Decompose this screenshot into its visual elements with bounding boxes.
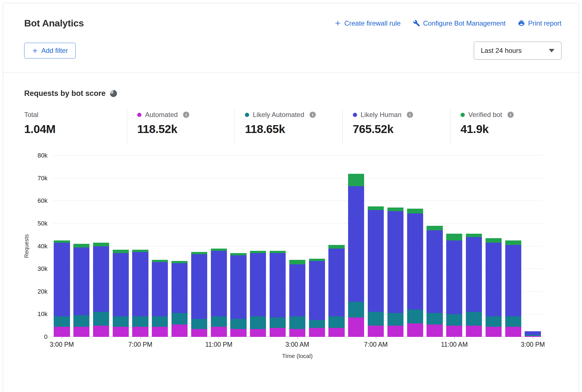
bar-segment-automated (309, 328, 325, 337)
x-tick-label: 7:00 PM (128, 341, 152, 348)
bar-segment-automated (113, 327, 129, 337)
bar-segment-verified-bot (368, 206, 384, 210)
stacked-bar[interactable] (348, 156, 364, 337)
y-tick-label: 10k (38, 310, 48, 318)
info-icon[interactable]: i (407, 112, 413, 118)
bar-segment-likely-automated (427, 313, 443, 324)
bar-segment-likely-automated (348, 302, 364, 317)
legend-dot-likely-automated (245, 113, 249, 117)
bar-segment-verified-bot (54, 240, 70, 243)
page: Bot Analytics Create firewall rule Confi… (0, 0, 582, 392)
bar-segment-automated (54, 327, 70, 337)
stacked-bar[interactable] (407, 156, 423, 337)
bar-segment-automated (93, 326, 109, 337)
stacked-bar[interactable] (54, 156, 70, 337)
bar-slot (405, 156, 425, 337)
bar-segment-automated (289, 329, 305, 337)
stacked-bar[interactable] (525, 156, 541, 337)
stacked-bar[interactable] (152, 156, 168, 337)
x-tick-mark (140, 337, 141, 339)
stat-value: 118.52k (137, 123, 234, 136)
bar-segment-likely-automated (387, 313, 403, 325)
stacked-bar[interactable] (427, 156, 443, 337)
stacked-bar[interactable] (309, 156, 325, 337)
bar-segment-likely-automated (505, 316, 521, 326)
x-tick-mark (376, 337, 376, 339)
bar-segment-likely-automated (172, 313, 188, 324)
bar-segment-automated (446, 326, 462, 337)
bar-segment-verified-bot (348, 174, 364, 186)
configure-bot-management-link[interactable]: Configure Bot Management (413, 19, 506, 27)
bar-segment-likely-human (132, 252, 148, 317)
stacked-bar[interactable] (230, 156, 246, 337)
stacked-bar[interactable] (93, 156, 109, 337)
bar-segment-verified-bot (466, 234, 482, 237)
stacked-bar[interactable] (387, 156, 403, 337)
stat-label: Likely Automated (253, 111, 304, 119)
bar-slot (464, 156, 484, 337)
bot-analytics-card: Bot Analytics Create firewall rule Confi… (3, 3, 579, 392)
info-icon[interactable]: i (183, 112, 189, 118)
bar-segment-likely-human (525, 331, 541, 335)
bar-segment-verified-bot (446, 234, 462, 240)
add-filter-button[interactable]: Add filter (24, 43, 76, 58)
stacked-bar[interactable] (113, 156, 129, 337)
y-tick-label: 60k (38, 197, 48, 204)
bar-segment-likely-human (191, 254, 207, 319)
bar-slot (523, 156, 543, 337)
bar-segment-verified-bot (152, 260, 168, 262)
stacked-bar[interactable] (191, 156, 207, 337)
bar-segment-automated (172, 325, 188, 337)
bar-segment-likely-automated (446, 314, 462, 325)
bar-segment-likely-human (505, 245, 521, 316)
bar-slot (150, 156, 170, 337)
bar-segment-likely-human (113, 253, 129, 317)
section-title: Requests by bot score (24, 89, 106, 98)
stacked-bar[interactable] (73, 156, 89, 337)
bar-segment-verified-bot (172, 261, 188, 263)
x-tick-label: 3:00 PM (50, 341, 74, 348)
stacked-bar[interactable] (466, 156, 482, 337)
stat-label: Total (24, 111, 39, 119)
stacked-bar[interactable] (328, 156, 344, 337)
stacked-bar[interactable] (172, 156, 188, 337)
stacked-bar[interactable] (505, 156, 521, 337)
plus-icon (334, 20, 341, 27)
stacked-bar[interactable] (446, 156, 462, 337)
stacked-bar[interactable] (250, 156, 266, 337)
y-tick-label: 80k (38, 152, 48, 159)
bar-segment-likely-automated (466, 312, 482, 325)
print-report-link[interactable]: Print report (518, 19, 561, 27)
info-icon[interactable]: i (507, 112, 514, 118)
bar-segment-likely-automated (368, 312, 384, 325)
bar-segment-likely-automated (250, 316, 266, 329)
bar-segment-likely-human (466, 237, 482, 312)
bar-slot (91, 156, 111, 337)
info-icon[interactable]: i (310, 112, 316, 118)
stacked-bar[interactable] (211, 156, 227, 337)
bar-segment-automated (466, 326, 482, 337)
bar-segment-verified-bot (328, 245, 344, 248)
header-actions: Create firewall rule Configure Bot Manag… (334, 19, 561, 27)
plus-icon (32, 48, 38, 54)
bar-slot (72, 156, 91, 337)
create-firewall-rule-link[interactable]: Create firewall rule (334, 19, 401, 27)
bar-segment-likely-automated (289, 316, 305, 329)
bar-slot (130, 156, 150, 337)
stacked-bar[interactable] (289, 156, 305, 337)
stacked-bar[interactable] (486, 156, 502, 337)
stacked-bar[interactable] (270, 156, 286, 337)
bar-segment-verified-bot (113, 250, 129, 253)
bar-segment-likely-human (328, 249, 344, 317)
y-tick-label: 70k (38, 175, 48, 182)
bar-segment-likely-human (211, 251, 227, 317)
time-range-select[interactable]: Last 24 hours (474, 42, 561, 60)
stat-value: 765.52k (353, 123, 450, 136)
stacked-bar[interactable] (368, 156, 384, 337)
bar-segment-verified-bot (230, 253, 246, 255)
bar-segment-verified-bot (73, 244, 89, 247)
bar-segment-likely-human (54, 243, 70, 316)
y-axis-labels: 010k20k30k40k50k60k70k80k (32, 156, 52, 337)
stacked-bar[interactable] (132, 156, 148, 337)
bar-slot (327, 156, 346, 337)
